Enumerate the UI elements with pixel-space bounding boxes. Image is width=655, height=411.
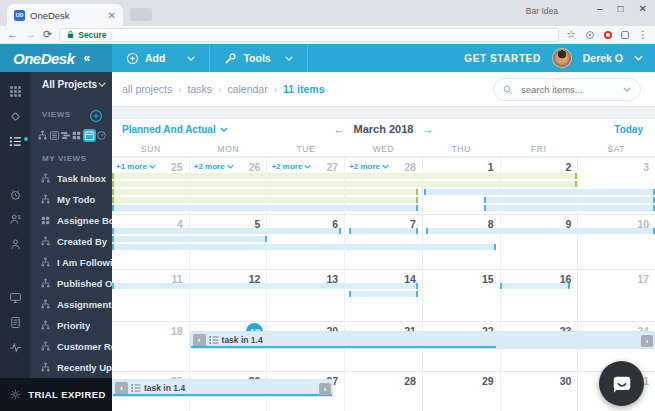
schedule-bar[interactable] [484, 197, 655, 203]
breadcrumb-calendar[interactable]: calendar [227, 83, 267, 95]
extension-icon-1[interactable] [585, 30, 595, 40]
search-box[interactable] [493, 78, 641, 101]
search-input[interactable] [519, 83, 617, 96]
task-continue-right-icon[interactable]: › [319, 383, 331, 395]
trial-expired-label: TRIAL EXPIRED [22, 389, 112, 400]
task-continue-right-icon[interactable]: › [641, 335, 653, 347]
orgtree-icon [40, 320, 51, 331]
bar-start-mark [426, 228, 428, 234]
bookmark-star-icon[interactable]: ☆ [566, 29, 576, 40]
next-month-button[interactable]: → [413, 123, 442, 135]
schedule-bar[interactable] [112, 283, 418, 289]
user-avatar[interactable] [552, 48, 572, 68]
schedule-bar[interactable] [112, 197, 418, 203]
window-close-button[interactable]: ✕ [639, 3, 647, 14]
rail-item-tickets[interactable] [0, 104, 30, 128]
my-view-item[interactable]: Assignments [30, 294, 112, 315]
add-button[interactable]: Add [112, 44, 210, 72]
schedule-bar[interactable] [349, 228, 419, 234]
window-maximize-button[interactable]: □ [618, 3, 624, 14]
tab-title: OneDesk [30, 10, 103, 21]
task-continue-left-icon[interactable]: ‹ [115, 382, 128, 395]
view-type-flat[interactable] [48, 129, 59, 142]
browser-tab[interactable]: OD OneDesk ✕ [7, 4, 123, 26]
today-button[interactable]: Today [614, 124, 643, 135]
task-label: task in 1.4 [144, 383, 185, 393]
orgtree-icon [40, 278, 51, 289]
add-view-button[interactable] [89, 109, 103, 123]
my-view-item[interactable]: Customer Req... [30, 336, 112, 357]
extension-icon-2[interactable] [604, 31, 612, 39]
refresh-icon[interactable]: ⟳ [43, 29, 52, 40]
schedule-bar[interactable] [484, 205, 655, 211]
rail-item-apps[interactable] [0, 79, 30, 103]
my-view-item[interactable]: Priority [30, 315, 112, 336]
search-options-chevron-icon[interactable] [623, 87, 631, 92]
rail-item-tasks[interactable] [0, 129, 30, 153]
day-header: SUN [112, 141, 190, 156]
my-view-item[interactable]: My Todo [30, 189, 112, 210]
rail-item-portal[interactable] [0, 285, 30, 309]
rail-item-timesheets[interactable] [0, 182, 30, 206]
user-name[interactable]: Derek O [583, 52, 623, 64]
url-field[interactable]: Secure | [59, 28, 559, 42]
extension-icon-3[interactable] [621, 31, 629, 39]
view-type-status[interactable] [96, 129, 107, 142]
task-continue-left-icon[interactable]: ‹ [193, 334, 206, 347]
forward-icon[interactable]: → [25, 29, 36, 40]
browser-menu-icon[interactable]: ⋮ [638, 29, 648, 40]
user-menu-chevron-icon[interactable] [634, 55, 643, 61]
my-view-item[interactable]: Created By [30, 231, 112, 252]
breadcrumb-all-projects[interactable]: all projects [122, 83, 172, 95]
schedule-bar[interactable] [500, 283, 570, 289]
window-minimize-button[interactable]: – [597, 3, 603, 14]
prev-month-button[interactable]: ← [325, 123, 354, 135]
my-view-item[interactable]: Task Inbox [30, 168, 112, 189]
view-type-gantt[interactable] [60, 129, 71, 142]
my-view-item[interactable]: Published On P... [30, 273, 112, 294]
schedule-bar[interactable] [424, 189, 655, 195]
collapse-sidebar-icon[interactable]: « [84, 51, 91, 65]
schedule-bar[interactable] [349, 291, 419, 297]
onedesk-favicon: OD [14, 10, 25, 21]
breadcrumb-tasks[interactable]: tasks [188, 83, 213, 95]
rail-item-forms[interactable] [0, 310, 30, 334]
schedule-bar[interactable] [112, 244, 496, 250]
bar-end-mark [416, 283, 418, 289]
tools-button[interactable]: Tools [210, 44, 307, 72]
my-view-item[interactable]: I Am Following [30, 252, 112, 273]
my-view-item[interactable]: Assignee Board [30, 210, 112, 231]
my-view-label: My Todo [57, 194, 95, 205]
back-icon[interactable]: ← [7, 29, 18, 40]
svg-text:$: $ [17, 214, 20, 220]
task-bar[interactable]: ‹task in 1.4› [112, 379, 333, 397]
tab-close-icon[interactable]: ✕ [108, 10, 116, 21]
rail-item-users[interactable] [0, 232, 30, 256]
content-divider [112, 106, 655, 119]
my-view-label: Published On P... [57, 278, 112, 289]
month-title: March 2018 [354, 123, 414, 135]
schedule-bar[interactable] [112, 173, 577, 179]
new-tab-button[interactable] [130, 8, 152, 21]
my-view-label: Priority [57, 320, 90, 331]
secure-badge[interactable]: Secure [66, 30, 106, 40]
gear-icon[interactable] [9, 388, 22, 401]
view-type-calendar[interactable] [83, 129, 96, 142]
view-type-tree[interactable] [37, 129, 48, 142]
schedule-bar[interactable] [112, 189, 418, 195]
bar-end-mark [494, 244, 496, 250]
project-selector[interactable]: All Projects [42, 79, 106, 90]
schedule-bar[interactable] [112, 181, 577, 187]
rail-item-customers[interactable]: $ [0, 207, 30, 231]
task-bar[interactable]: ‹task in 1.4› [190, 331, 655, 349]
schedule-bar[interactable] [112, 228, 341, 234]
get-started-button[interactable]: GET STARTED [464, 53, 540, 64]
schedule-bar[interactable] [426, 228, 655, 234]
rail-item-activity[interactable] [0, 335, 30, 359]
chat-launcher-button[interactable] [599, 361, 644, 406]
schedule-bar[interactable] [112, 236, 267, 242]
schedule-bar[interactable] [112, 205, 418, 211]
view-type-board[interactable] [71, 129, 82, 142]
browser-tab-strip: OD OneDesk ✕ Bar Idea – □ ✕ [0, 0, 655, 26]
my-view-item[interactable]: Recently Upda... [30, 357, 112, 378]
